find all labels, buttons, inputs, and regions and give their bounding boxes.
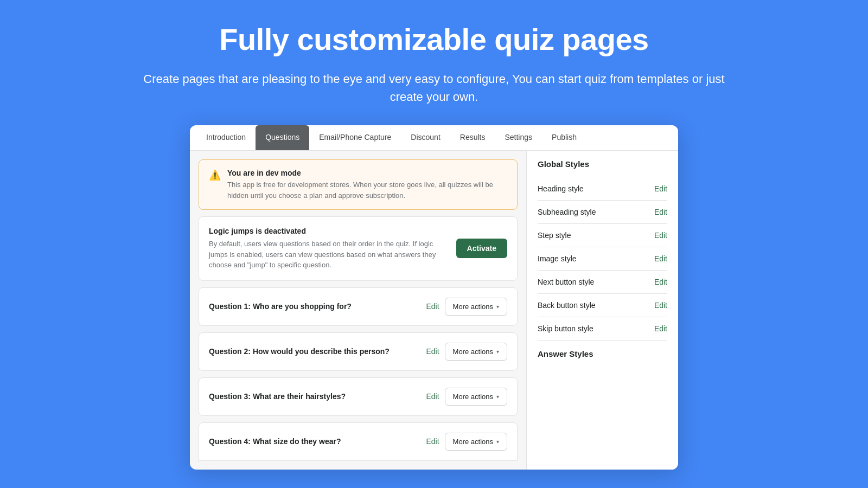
left-panel: ⚠️ You are in dev mode This app is free … <box>190 151 526 470</box>
step-style-label: Step style <box>538 231 571 240</box>
question-1-more-actions-button[interactable]: More actions ▾ <box>445 298 507 316</box>
alert-content: You are in dev mode This app is free for… <box>227 169 507 201</box>
table-row: Question 3: What are their hairstyles? E… <box>199 377 518 416</box>
question-2-edit-link[interactable]: Edit <box>426 347 439 356</box>
subheading-style-edit-link[interactable]: Edit <box>654 208 667 216</box>
image-style-label: Image style <box>538 254 577 263</box>
list-item: Heading style Edit <box>538 177 667 201</box>
app-container: Introduction Questions Email/Phone Captu… <box>190 125 678 470</box>
alert-title: You are in dev mode <box>227 169 507 177</box>
right-panel: Global Styles Heading style Edit Subhead… <box>526 151 678 470</box>
question-2-text: Question 2: How would you describe this … <box>209 347 390 356</box>
question-3-more-actions-button[interactable]: More actions ▾ <box>445 388 507 406</box>
list-item: Skip button style Edit <box>538 317 667 341</box>
dev-mode-alert: ⚠️ You are in dev mode This app is free … <box>199 159 518 210</box>
global-styles-title: Global Styles <box>538 159 667 169</box>
table-row: Question 1: Who are you shopping for? Ed… <box>199 287 518 326</box>
next-button-style-edit-link[interactable]: Edit <box>654 278 667 286</box>
list-item: Next button style Edit <box>538 271 667 294</box>
back-button-style-edit-link[interactable]: Edit <box>654 301 667 310</box>
heading-style-label: Heading style <box>538 184 584 193</box>
tab-discount[interactable]: Discount <box>401 125 450 150</box>
list-item: Image style Edit <box>538 247 667 271</box>
step-style-edit-link[interactable]: Edit <box>654 231 667 240</box>
tab-introduction[interactable]: Introduction <box>196 125 256 150</box>
activate-button[interactable]: Activate <box>456 239 507 258</box>
next-button-style-label: Next button style <box>538 278 594 286</box>
back-button-style-label: Back button style <box>538 301 596 310</box>
question-3-edit-link[interactable]: Edit <box>426 392 439 401</box>
image-style-edit-link[interactable]: Edit <box>654 254 667 263</box>
hero-title: Fully customizable quiz pages <box>219 22 648 57</box>
tab-results[interactable]: Results <box>450 125 495 150</box>
hero-subtitle: Create pages that are pleasing to the ey… <box>136 70 732 106</box>
question-4-more-actions-button[interactable]: More actions ▾ <box>445 433 507 451</box>
question-1-edit-link[interactable]: Edit <box>426 302 439 311</box>
list-item: Back button style Edit <box>538 294 667 317</box>
table-row: Question 2: How would you describe this … <box>199 332 518 371</box>
logic-title: Logic jumps is deactivated <box>209 227 448 235</box>
question-2-more-actions-button[interactable]: More actions ▾ <box>445 343 507 361</box>
answer-styles-title: Answer Styles <box>538 349 667 358</box>
question-4-actions: Edit More actions ▾ <box>426 433 507 451</box>
question-2-actions: Edit More actions ▾ <box>426 343 507 361</box>
tab-publish[interactable]: Publish <box>542 125 586 150</box>
table-row: Question 4: What size do they wear? Edit… <box>199 422 518 461</box>
list-item: Step style Edit <box>538 224 667 247</box>
skip-button-style-label: Skip button style <box>538 324 593 333</box>
heading-style-edit-link[interactable]: Edit <box>654 184 667 193</box>
logic-description: By default, users view questions based o… <box>209 239 448 271</box>
chevron-down-icon: ▾ <box>496 304 499 310</box>
alert-description: This app is free for development stores.… <box>227 179 507 201</box>
question-4-text: Question 4: What size do they wear? <box>209 437 341 446</box>
tabs-bar: Introduction Questions Email/Phone Captu… <box>190 125 678 151</box>
question-1-actions: Edit More actions ▾ <box>426 298 507 316</box>
logic-content: Logic jumps is deactivated By default, u… <box>209 227 448 271</box>
question-3-text: Question 3: What are their hairstyles? <box>209 392 346 401</box>
page-wrapper: Fully customizable quiz pages Create pag… <box>0 0 868 488</box>
chevron-down-icon: ▾ <box>496 439 499 445</box>
tab-email-phone[interactable]: Email/Phone Capture <box>309 125 401 150</box>
chevron-down-icon: ▾ <box>496 349 499 355</box>
question-3-actions: Edit More actions ▾ <box>426 388 507 406</box>
warning-icon: ⚠️ <box>209 169 221 181</box>
tab-questions[interactable]: Questions <box>256 125 309 150</box>
main-layout: ⚠️ You are in dev mode This app is free … <box>190 151 678 470</box>
logic-jumps-card: Logic jumps is deactivated By default, u… <box>199 216 518 281</box>
chevron-down-icon: ▾ <box>496 394 499 400</box>
list-item: Subheading style Edit <box>538 201 667 224</box>
question-1-text: Question 1: Who are you shopping for? <box>209 302 352 311</box>
subheading-style-label: Subheading style <box>538 208 596 216</box>
question-4-edit-link[interactable]: Edit <box>426 437 439 446</box>
tab-settings[interactable]: Settings <box>495 125 542 150</box>
skip-button-style-edit-link[interactable]: Edit <box>654 324 667 333</box>
